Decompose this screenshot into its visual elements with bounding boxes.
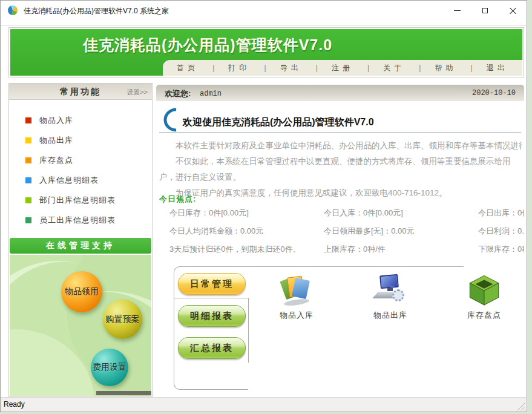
sidebar-list: 物品入库 物品出库 库存盘点 入库信息明细表 部门出库信息明细表 员工出库信息明… [9, 110, 152, 230]
sidebar-item-stocktake[interactable]: 库存盘点 [9, 150, 152, 170]
bubble-label: 费用设置 [93, 362, 126, 373]
stat-today-stock: 今日库存：0件[0.00元] [169, 208, 324, 226]
online-support-panel: 物品领用 购置预案 费用设置 [10, 255, 151, 396]
menu-separator: | [419, 64, 421, 72]
blue-square-icon [25, 177, 31, 183]
shortcut-label: 物品出库 [373, 310, 407, 321]
maximize-button[interactable] [471, 1, 499, 20]
bubble-expense-settings[interactable]: 费用设置 [91, 349, 128, 386]
client-divider [1, 25, 526, 25]
green-square-icon [25, 217, 31, 223]
page-title: 欢迎使用佳克消耗品(办公用品)管理软件V7.0 [183, 116, 374, 129]
tab-detail-reports[interactable]: 明细报表 [178, 305, 246, 327]
sidebar-item-label: 库存盘点 [39, 155, 73, 166]
username: admin [200, 90, 222, 98]
bubble-label: 物品领用 [65, 286, 99, 297]
stat-due-returns: 3天后预计归还0件，到期未归还0件。 [169, 244, 324, 262]
intro-paragraph: 不仅如此，本系统在日常管理过程中以更直观、便捷的方式将库存、领用等重要信息展示给… [159, 154, 522, 185]
crescent-logo-icon [159, 106, 179, 134]
square-icon [482, 8, 488, 13]
menu-item-print[interactable]: 打印 [227, 63, 251, 73]
menu-item-help[interactable]: 帮助 [433, 63, 458, 73]
shortcut-label: 物品入库 [280, 310, 314, 321]
menu-item-export[interactable]: 导出 [279, 63, 303, 73]
tab-daily-management[interactable]: 日常管理 [178, 273, 246, 295]
sidebar-item-label: 部门出库信息明细表 [39, 195, 116, 206]
yellow-square-icon [25, 137, 31, 143]
menu-separator: | [264, 64, 266, 72]
stat-today-inbound: 今日入库：0件[0.00元] [324, 208, 478, 226]
sidebar-item-staff-outbound-report[interactable]: 员工出库信息明细表 [9, 210, 152, 230]
menu-item-about[interactable]: 关于 [382, 63, 406, 73]
menu-item-home[interactable]: 首页 [176, 63, 200, 73]
tab-summary-reports[interactable]: 汇总报表 [178, 337, 246, 359]
main-menu: 首页 | 打印 | 导出 | 注册 | 关于 | 帮助 | 退出 [163, 60, 522, 76]
online-support-header: 在线管理支持 [10, 238, 151, 254]
menu-separator: | [316, 64, 318, 72]
today-focus-title: 今日焦点: [159, 194, 196, 205]
computer-gear-icon [374, 274, 407, 306]
sidebar-item-label: 入库信息明细表 [39, 175, 99, 186]
sidebar-header: 常用功能 设置>> [9, 84, 152, 100]
menu-separator: | [471, 64, 473, 72]
bubble-purchase-plan[interactable]: 购置预案 [103, 300, 142, 339]
bubble-item-claim[interactable]: 物品领用 [61, 271, 102, 312]
intro-paragraph: 本软件主要针对政府及企事业单位中消耗品、办公用品的入库、出库、领用和库存等基本情… [159, 138, 522, 154]
online-support-title: 在线管理支持 [46, 240, 115, 251]
sidebar-item-goods-out[interactable]: 物品出库 [9, 130, 152, 150]
intro-paragraphs: 本软件主要针对政府及企事业单位中消耗品、办公用品的入库、出库、领用和库存等基本情… [159, 138, 522, 201]
settings-link[interactable]: 设置>> [126, 88, 148, 97]
sidebar-item-label: 物品入库 [39, 115, 73, 126]
active-tab-divider [174, 298, 248, 298]
app-logo-icon [8, 5, 18, 15]
sidebar: 常用功能 设置>> 物品入库 物品出库 库存盘点 入库信息明细表 部门出 [8, 83, 153, 397]
shortcut-goods-out[interactable]: 物品出库 [354, 274, 427, 332]
banner-title: 佳克消耗品(办公用品)管理软件V7.0 [83, 35, 332, 55]
sidebar-item-inbound-report[interactable]: 入库信息明细表 [9, 170, 152, 190]
bubble-label: 购置预案 [106, 314, 140, 325]
stat-lower-limit: 下限库存：0种/件 [478, 244, 524, 262]
tab-pane-border [248, 266, 464, 267]
minus-icon [454, 10, 461, 11]
tab-strip-divider [248, 298, 249, 363]
menu-item-register[interactable]: 注册 [330, 63, 355, 73]
stat-top-claimer: 今日领用最多[无]：0.00元 [324, 226, 478, 244]
orange-square-icon [25, 157, 31, 163]
main-content: 欢迎您: admin 2020-10-10 欢迎使用佳克消耗品(办公用品)管理软… [156, 85, 524, 397]
today-stats: 今日库存：0件[0.00元] 今日入库：0件[0.00元] 今日出库：0件[0.… [159, 208, 524, 262]
red-square-icon [25, 117, 31, 123]
menu-item-exit[interactable]: 退出 [485, 63, 510, 73]
app-banner: 佳克消耗品(办公用品)管理软件V7.0 首页 | 打印 | 导出 | 注册 | … [8, 27, 524, 77]
title-bar: 佳克消耗品(办公用品)管理软件V7.0 系统之家 [1, 1, 527, 20]
shortcut-goods-in[interactable]: 物品入库 [260, 274, 333, 332]
stat-today-outbound: 今日出库：0件[0.00元] [478, 208, 524, 226]
sidebar-item-label: 物品出库 [39, 135, 73, 146]
shortcut-stocktake[interactable]: 库存盘点 [448, 274, 521, 332]
menu-separator: | [212, 64, 214, 72]
menu-separator: | [367, 64, 369, 72]
current-date: 2020-10-10 [472, 89, 516, 97]
stat-today-profit: 今日利润：0.00元 [478, 226, 524, 244]
status-bar: Ready [1, 397, 526, 412]
folders-icon [280, 274, 313, 306]
close-button[interactable] [499, 1, 527, 20]
sidebar-item-goods-in[interactable]: 物品入库 [9, 110, 152, 130]
x-icon [510, 7, 516, 14]
sidebar-item-label: 员工出库信息明细表 [39, 215, 116, 226]
sidebar-item-dept-outbound-report[interactable]: 部门出库信息明细表 [9, 190, 152, 210]
horizontal-scrollbar-thumb[interactable] [96, 391, 151, 395]
intro-paragraph: 为保证用户的真实满意度，任何使用意见或建议，欢迎致电400-716-1012。 [159, 185, 522, 201]
window-title: 佳克消耗品(办公用品)管理软件V7.0 系统之家 [24, 6, 169, 16]
stat-upper-limit: 上限库存：0种/件 [324, 244, 478, 262]
green-cube-icon [468, 274, 501, 306]
heading-divider [159, 133, 521, 133]
resize-grip-icon[interactable] [516, 402, 525, 410]
status-text: Ready [4, 400, 25, 409]
shortcut-label: 库存盘点 [467, 310, 501, 321]
welcome-bar: 欢迎您: admin 2020-10-10 [156, 85, 524, 101]
welcome-label: 欢迎您: [165, 88, 191, 99]
minimize-button[interactable] [443, 1, 471, 20]
lime-square-icon [25, 197, 31, 203]
stat-per-capita-cost: 今日人均消耗金额：0.00元 [169, 226, 324, 244]
